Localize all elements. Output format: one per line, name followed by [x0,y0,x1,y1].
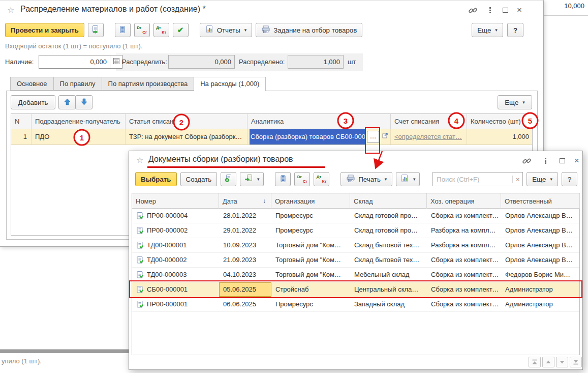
search-input[interactable]: Поиск (Ctrl+F) × [432,172,523,186]
go-previous-button[interactable] [542,357,554,367]
table-row[interactable]: ТД00-00000110.09.2023Торговый дом "Ком…С… [132,238,579,253]
table-row[interactable]: ПР00-00000428.01.2022ПромресурсСклад гот… [132,209,579,223]
popup-toolbar: Выбрать Создать ▾ DrCr [135,172,577,186]
create-button[interactable]: Создать [180,172,218,186]
post-document-icon [91,25,100,36]
close-icon[interactable]: × [571,155,583,166]
column-header[interactable]: Дата↓ [219,193,271,209]
annotation-number-1: 1 [74,129,90,146]
annotation-number-2: 2 [173,114,190,131]
account-cell[interactable]: <определяется стат… [391,129,467,145]
close-icon[interactable]: × [513,5,525,16]
link-icon[interactable] [520,155,533,166]
cell-5: Орлов Александр В… [501,209,580,223]
print-button[interactable]: Печать▾ [341,172,392,186]
favorite-star-icon[interactable]: ☆ [136,155,143,165]
post-and-close-button[interactable]: Провести и закрыть [5,23,84,37]
create-based-on-button[interactable]: ▾ [240,172,264,186]
help-button[interactable]: ? [507,23,523,37]
column-header[interactable]: Номер [132,193,219,209]
document-movements-button[interactable] [115,23,131,37]
column-header[interactable]: Склад [350,193,427,209]
info-message: Входящий остаток (1 шт) = поступило (1 ш… [5,42,143,50]
quantity-cell[interactable]: 1,000 [467,129,533,145]
cell-3: Склад готовой про… [350,209,427,223]
cell-5: Федоров Борис Ми… [501,268,580,282]
go-last-button[interactable] [570,357,582,367]
column-header[interactable]: Подразделение-получатель [32,114,126,129]
menu-dots-icon[interactable] [539,155,551,166]
dt-kt-postings-button[interactable]: ДтКт [153,23,169,37]
tab-2[interactable]: По правилу [53,77,102,91]
more-button[interactable]: Еще▾ [527,172,558,186]
calculator-button[interactable] [110,55,122,69]
dr-cr-postings-button[interactable]: DrCr [294,172,310,186]
table-more-button[interactable]: Еще▾ [498,95,532,109]
maximize-icon[interactable] [499,5,511,16]
account-link[interactable]: <определяется стат… [394,133,462,140]
cell-0: ТД00-000002 [132,253,219,267]
chevron-down-icon: ▾ [257,177,260,182]
maximize-icon[interactable] [556,155,568,166]
clear-search-icon[interactable]: × [512,176,522,183]
tab-3[interactable]: По партиям производства [102,77,194,91]
column-header[interactable]: Ответственный [501,193,580,209]
create-based-on-icon [244,174,253,184]
cell-4: Разборка на компл… [427,223,501,238]
link-icon[interactable] [467,5,479,16]
table-row[interactable]: ПР00-00000229.01.2022ПромресурсСклад гот… [132,223,579,238]
post-document-button[interactable] [88,23,104,37]
background-amount-value: 10,000 [547,2,584,10]
arrow-up-icon [64,98,71,107]
more-button[interactable]: Еще▾ [472,23,503,37]
select-button[interactable]: Выбрать [135,172,177,186]
check-button[interactable]: ✔ [173,23,189,37]
document-movements-button[interactable] [275,172,291,186]
table-row[interactable]: ТД00-00000221.09.2023Торговый дом "Ком…С… [132,253,579,268]
reports-icon [400,174,409,184]
distribute-label: Распределить: [122,58,167,66]
main-toolbar: Провести и закрыть DrCr ДтКт ✔ [5,23,362,37]
availability-label: Наличие: [5,58,34,66]
cell-3: Склад бытовой тех… [350,253,427,267]
menu-dots-icon[interactable] [484,5,496,16]
reports-button[interactable]: Отчеты▾ [200,23,253,37]
distributed-input: 1,000 [288,55,344,69]
task-selection-button[interactable]: Задание на отбор товаров [256,23,362,37]
cell-2: Торговый дом "Ком… [271,268,350,282]
cell-3: Склад готовой про… [350,223,427,238]
cell-2: Промресурс [271,209,350,223]
search-placeholder: Поиск (Ctrl+F) [433,176,512,183]
posted-document-icon [136,300,144,308]
table-row[interactable]: ПР00-00000106.06.2025ПромресурсЗападный … [132,297,579,312]
go-next-button[interactable] [556,357,568,367]
report-chart-button[interactable]: ▾ [396,172,420,186]
expense-item-cell[interactable]: ТЗР: на документ Сборка (разборк… [126,129,247,145]
chevron-down-icon: ▾ [522,100,525,105]
cell-1: 29.01.2022 [219,223,271,238]
column-header[interactable]: Организация [271,193,350,209]
print-icon [346,175,355,184]
help-button[interactable]: ? [562,172,577,186]
column-header[interactable]: N [11,114,32,129]
dt-kt-icon: ДтКт [317,175,327,184]
column-header[interactable]: Хоз. операция [427,193,501,209]
new-document-button[interactable] [221,172,236,186]
cell-4: Сборка из комплект… [427,297,501,311]
table-navigation [129,357,583,370]
add-row-button[interactable]: Добавить [11,95,55,109]
go-first-button[interactable] [529,357,541,367]
move-down-button[interactable] [75,95,92,109]
dr-cr-icon: DrCr [297,175,307,184]
reports-icon [205,25,214,35]
annotation-box-selected-row [129,280,582,298]
tab-4[interactable]: На расходы (1,000) [194,77,266,91]
tab-1[interactable]: Основное [10,77,53,91]
dr-cr-postings-button[interactable]: DrCr [134,23,150,37]
availability-input[interactable]: 0,000 [39,55,110,69]
favorite-star-icon[interactable]: ☆ [7,5,14,15]
dt-kt-postings-button[interactable]: ДтКт [314,172,329,186]
cell-5: Администратор [501,297,580,311]
move-up-button[interactable] [58,95,76,109]
open-value-button[interactable] [382,129,389,145]
